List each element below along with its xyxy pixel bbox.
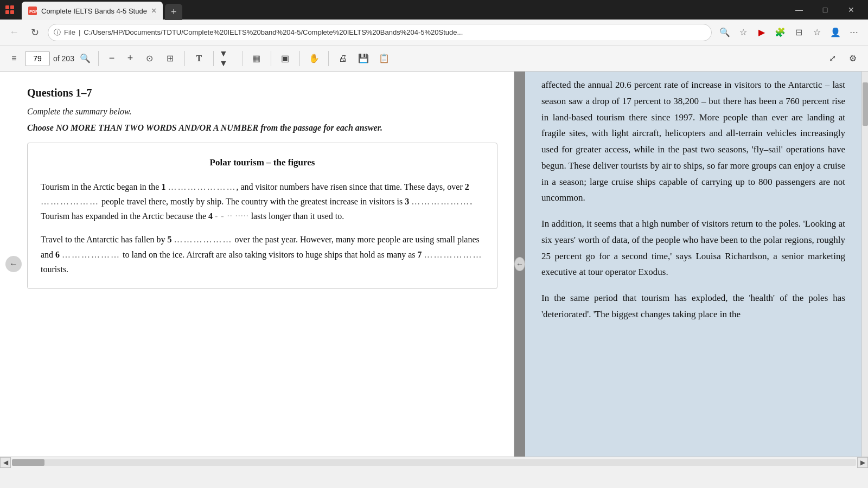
fit-page-button[interactable]: ⊙ [141,50,158,67]
right-paragraph-2: In addition, it seems that a high number… [541,216,845,280]
scroll-track[interactable] [12,459,856,466]
pdf-search-icon[interactable]: 🔍 [78,51,93,66]
highlight-tool[interactable]: ▦ [248,50,265,67]
left-panel: ← Questions 1–7 Complete the summary bel… [0,72,514,457]
svg-rect-0 [5,5,9,9]
hand-tool[interactable]: ✋ [305,50,323,67]
instructions-1: Complete the summary below. [27,107,497,117]
browser-toolbar: 🔍 ☆ ▶ 🧩 ⊟ ☆ 👤 ⋯ [717,25,861,40]
svg-rect-3 [10,10,14,14]
text-select-tool[interactable]: T [190,50,208,67]
pdf-menu-icon[interactable]: ≡ [7,51,22,66]
streaming-icon[interactable]: ▶ [754,25,769,40]
maximize-button[interactable]: □ [813,0,838,20]
zoom-in-button[interactable]: + [123,51,138,66]
close-button[interactable]: ✕ [839,0,864,20]
tab-bar: PDF Complete IELTS Bands 4-5 Stude × + [22,0,782,20]
fullscreen-button[interactable]: ⤢ [824,50,841,67]
reload-button[interactable]: ↻ [27,25,42,40]
prev-page-arrow[interactable]: ← [5,256,22,272]
separator-3 [213,51,214,66]
summary-paragraph-1: Tourism in the Arctic began in the 1 ………… [41,179,484,224]
separator-1 [98,51,99,66]
page-total-label: of 203 [53,54,74,63]
profile-icon[interactable]: 👤 [828,25,843,40]
tab-close-button[interactable]: × [151,6,156,16]
collections-icon[interactable]: ☆ [809,25,825,40]
scroll-right-button[interactable]: ▶ [857,457,868,468]
right-paragraph-1: affected the annual 20.6 percent rate of… [541,77,845,206]
separator-4 [242,51,242,66]
back-button[interactable]: ← [7,25,22,40]
file-label: File [64,28,75,36]
summary-title: Polar tourism – the figures [41,155,484,171]
new-tab-button[interactable]: + [165,4,182,20]
address-bar: ← ↻ ⓘ File | C:/Users/HP/Documents/TDTU/… [0,20,868,46]
questions-title: Questions 1–7 [27,87,497,99]
save-button[interactable]: 💾 [355,50,372,67]
search-lens-icon[interactable]: 🔍 [717,25,732,40]
title-bar: PDF Complete IELTS Bands 4-5 Stude × + —… [0,0,868,20]
panel-divider: ← [514,72,525,457]
window-controls: — □ ✕ [787,0,864,20]
panel-arrow-button[interactable]: ← [514,257,525,271]
svg-rect-2 [5,10,9,14]
horizontal-scrollbar: ◀ ▶ [0,457,868,467]
info-icon: ⓘ [54,28,61,37]
right-panel: affected the annual 20.6 percent rate of… [525,72,861,457]
new-tab-icon: + [171,7,177,18]
vertical-scrollbar[interactable] [861,72,868,457]
address-separator: | [79,28,80,36]
more-options-icon[interactable]: ⋯ [846,25,861,40]
favorites-icon[interactable]: ☆ [736,25,751,40]
active-tab[interactable]: PDF Complete IELTS Bands 4-5 Stude × [22,2,163,20]
pdf-tab-icon: PDF [28,7,37,15]
page-number-input[interactable] [25,51,50,66]
svg-rect-1 [10,5,14,9]
tab-label: Complete IELTS Bands 4-5 Stude [41,7,147,15]
eraser-tool[interactable]: ▣ [277,50,294,67]
spread-button[interactable]: ⊞ [162,50,179,67]
svg-text:PDF: PDF [29,9,37,14]
summary-paragraph-2: Travel to the Antarctic has fallen by 5 … [41,232,484,277]
scroll-left-button[interactable]: ◀ [0,457,11,468]
annotation-dropdown[interactable]: ▼ ▼ [219,50,237,67]
annotate-button[interactable]: 📋 [375,50,393,67]
content-area: ← Questions 1–7 Complete the summary bel… [0,72,868,457]
separator-7 [328,51,329,66]
right-paragraph-3: In the same period that tourism has expl… [541,290,845,323]
summary-box: Polar tourism – the figures Tourism in t… [27,143,497,289]
print-button[interactable]: 🖨 [334,50,352,67]
separator-6 [299,51,300,66]
browser-extensions-icon[interactable]: 🧩 [773,25,788,40]
app-icon [4,4,15,15]
zoom-out-button[interactable]: − [104,51,119,66]
minimize-button[interactable]: — [787,0,812,20]
separator-2 [184,51,185,66]
separator-5 [271,51,271,66]
instructions-2: Choose NO MORE THAN TWO WORDS AND/OR A N… [27,123,497,133]
settings-button[interactable]: ⚙ [844,50,861,67]
address-text[interactable]: C:/Users/HP/Documents/TDTU/Complete%20IE… [84,28,463,36]
split-screen-icon[interactable]: ⊟ [791,25,806,40]
pdf-toolbar: ≡ of 203 🔍 − + ⊙ ⊞ T ▼ ▼ ▦ ▣ ✋ 🖨 💾 📋 ⤢ ⚙ [0,46,868,72]
scroll-thumb[interactable] [12,459,44,466]
scrollbar-thumb[interactable] [863,82,868,126]
